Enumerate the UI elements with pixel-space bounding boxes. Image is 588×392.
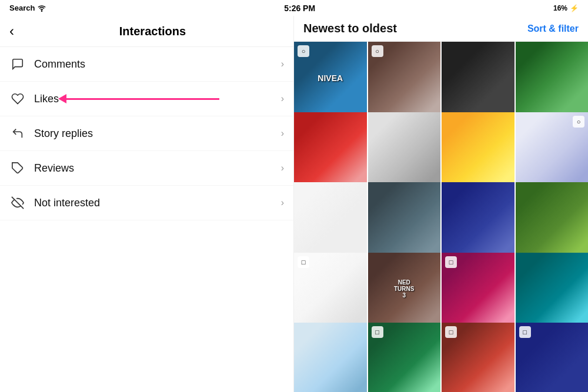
arrow-annotation (59, 94, 219, 103)
left-header: ‹ Interactions (0, 16, 293, 47)
menu-list: Comments › Likes › (0, 47, 293, 220)
grid-cell[interactable] (368, 112, 441, 185)
grid-overlay-icon: □ (372, 326, 383, 338)
sidebar-item-reviews[interactable]: Reviews › (0, 151, 293, 186)
grid-cell[interactable] (368, 182, 441, 255)
grid-cell[interactable]: ○ (516, 112, 589, 185)
heart-icon (9, 92, 26, 105)
not-interested-label: Not interested (34, 197, 281, 209)
grid-cell[interactable]: □ (442, 253, 514, 326)
arrow-head (58, 94, 66, 103)
reply-icon (9, 127, 26, 140)
back-button[interactable]: ‹ (9, 23, 14, 39)
right-panel: Newest to oldest Sort & filter ○ NIVEA ○ (294, 16, 588, 392)
comment-icon (9, 58, 26, 71)
grid-cell[interactable] (516, 253, 589, 326)
grid-overlay-icon: ○ (573, 116, 584, 128)
svg-point-0 (42, 11, 42, 11)
grid-cell[interactable]: □ (442, 323, 514, 392)
chevron-right-icon: › (281, 128, 284, 139)
reviews-label: Reviews (34, 162, 281, 175)
status-bar: Search 5:26 PM 16% ⚡ (0, 0, 588, 16)
battery-icon: ⚡ (570, 4, 579, 12)
sidebar-item-likes[interactable]: Likes › (0, 82, 293, 116)
sidebar-item-story-replies[interactable]: Story replies › (0, 116, 293, 151)
chevron-right-icon: › (281, 59, 284, 69)
photo-grid: ○ NIVEA ○ ○ □ (294, 42, 588, 392)
grid-cell[interactable] (516, 182, 589, 255)
chevron-right-icon: › (281, 197, 284, 208)
sort-filter-button[interactable]: Sort & filter (527, 24, 579, 34)
battery-percent: 16% (553, 4, 567, 12)
grid-cell[interactable] (442, 112, 514, 185)
status-right: 16% ⚡ (553, 4, 579, 12)
grid-overlay-icon: □ (445, 256, 457, 268)
grid-cell[interactable]: □ (516, 323, 589, 392)
grid-cell[interactable]: ○ (368, 42, 441, 115)
grid-cell[interactable] (294, 323, 367, 392)
grid-cell[interactable]: □ (368, 323, 441, 392)
chevron-right-icon: › (281, 93, 284, 104)
arrow-line (66, 98, 219, 100)
story-replies-label: Story replies (34, 128, 281, 140)
grid-cell-content: NEDTURNS3 (368, 253, 441, 326)
grid-overlay-icon: □ (298, 256, 309, 268)
grid-overlay-icon: □ (445, 326, 457, 338)
comments-label: Comments (34, 58, 281, 71)
grid-overlay-icon: ○ (298, 45, 309, 57)
search-label: Search (9, 4, 35, 12)
grid-overlay-icon: □ (519, 326, 531, 338)
grid-cell[interactable] (516, 42, 589, 115)
eye-off-icon (9, 196, 26, 209)
status-left: Search (9, 4, 46, 12)
page-title: Interactions (21, 25, 284, 38)
status-time: 5:26 PM (284, 4, 315, 13)
sort-title: Newest to oldest (303, 22, 397, 35)
chevron-right-icon: › (281, 163, 284, 173)
grid-cell[interactable] (442, 182, 514, 255)
grid-cell[interactable] (442, 42, 514, 115)
grid-cell[interactable]: □ (294, 253, 367, 326)
grid-cell[interactable] (294, 112, 367, 185)
grid-overlay-icon: ○ (372, 45, 383, 57)
tag-icon (9, 162, 26, 175)
left-panel: ‹ Interactions Comments › Likes › (0, 16, 294, 392)
grid-cell[interactable]: ○ NIVEA (294, 42, 367, 115)
sidebar-item-not-interested[interactable]: Not interested › (0, 186, 293, 220)
wifi-icon (38, 4, 46, 12)
main-content: ‹ Interactions Comments › Likes › (0, 16, 588, 392)
grid-cell[interactable]: NEDTURNS3 (368, 253, 441, 326)
sidebar-item-comments[interactable]: Comments › (0, 47, 293, 82)
right-header: Newest to oldest Sort & filter (294, 16, 588, 42)
grid-cell[interactable] (294, 182, 367, 255)
